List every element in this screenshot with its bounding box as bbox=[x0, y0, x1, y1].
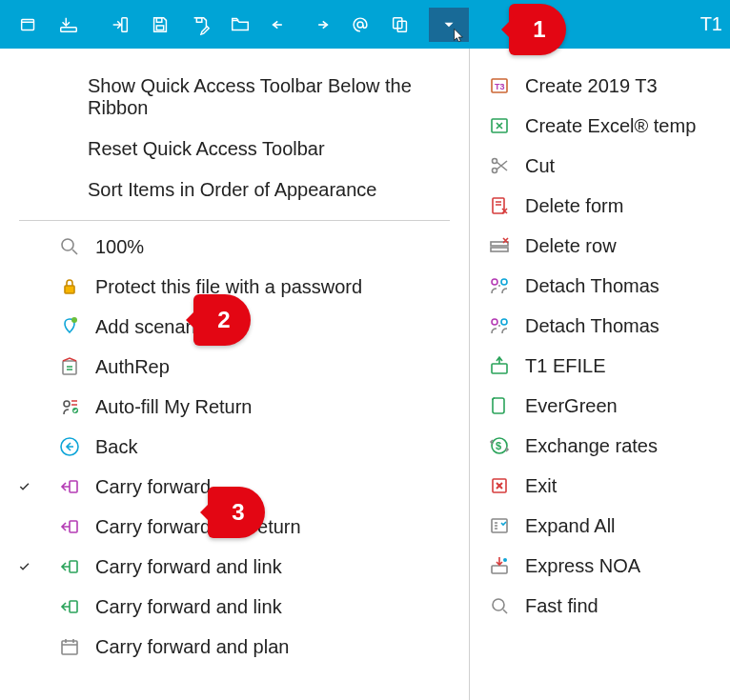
item-label: T1 EFILE bbox=[525, 355, 605, 377]
ribbon-btn-redo[interactable] bbox=[301, 8, 339, 42]
svg-rect-33 bbox=[492, 364, 507, 373]
menu-reset-toolbar[interactable]: Reset Quick Access Toolbar bbox=[0, 129, 469, 170]
item-label: Exchange rates bbox=[525, 435, 658, 457]
detach-icon bbox=[487, 313, 512, 338]
annotation-callout-2: 2 bbox=[193, 294, 251, 346]
right-item-8[interactable]: EverGreen bbox=[470, 386, 730, 426]
ribbon-btn-open[interactable] bbox=[221, 8, 259, 42]
evergreen-icon bbox=[487, 393, 512, 418]
svg-rect-20 bbox=[62, 641, 77, 654]
item-label: Detach Thomas bbox=[525, 275, 659, 297]
item-label: Back bbox=[95, 436, 137, 458]
svg-rect-4 bbox=[156, 25, 163, 30]
ribbon-btn-at[interactable] bbox=[341, 8, 379, 42]
svg-rect-0 bbox=[22, 19, 34, 30]
item-label: Carry forward bbox=[95, 476, 211, 498]
scenario-drop-icon bbox=[57, 314, 82, 339]
ribbon-btn-new[interactable] bbox=[10, 8, 48, 42]
app-window: T1 Show Quick Access Toolbar Below the R… bbox=[0, 0, 730, 700]
item-label: AuthRep bbox=[95, 356, 170, 378]
item-label: Create Excel® temp bbox=[525, 115, 696, 137]
item-label: Exit bbox=[525, 475, 557, 497]
left-item-4[interactable]: Auto-fill My Return bbox=[0, 387, 469, 427]
detach-icon bbox=[487, 273, 512, 298]
carry-forward-green-icon bbox=[57, 594, 82, 619]
svg-rect-18 bbox=[70, 561, 77, 572]
item-label: Carry forward and link bbox=[95, 556, 282, 578]
svg-point-41 bbox=[493, 599, 504, 610]
left-item-8[interactable]: Carry forward and link bbox=[0, 547, 469, 587]
excel-icon bbox=[487, 113, 512, 138]
floppy-icon bbox=[150, 14, 171, 35]
chevron-down-icon bbox=[440, 16, 457, 33]
right-item-1[interactable]: Create Excel® temp bbox=[470, 106, 730, 146]
zoom-icon bbox=[57, 234, 82, 259]
carry-forward-green-icon bbox=[57, 554, 82, 579]
redo-icon bbox=[310, 14, 331, 35]
item-label: Create 2019 T3 bbox=[525, 75, 658, 97]
svg-point-11 bbox=[71, 317, 77, 323]
right-item-7[interactable]: T1 EFILE bbox=[470, 346, 730, 386]
callout-number: 1 bbox=[509, 4, 566, 55]
left-item-10[interactable]: Carry forward and plan bbox=[0, 627, 469, 667]
carry-forward-pink-icon bbox=[57, 514, 82, 539]
right-item-4[interactable]: Delete row bbox=[470, 226, 730, 266]
ribbon-tab-t1[interactable]: T1 bbox=[693, 0, 730, 49]
import-icon bbox=[110, 14, 131, 35]
item-label: Carry forward and plan bbox=[95, 636, 289, 658]
svg-rect-26 bbox=[493, 198, 504, 213]
ribbon-btn-saveas[interactable] bbox=[181, 8, 219, 42]
svg-rect-3 bbox=[156, 17, 162, 22]
back-arrow-icon bbox=[57, 434, 82, 459]
right-item-10[interactable]: Exit bbox=[470, 466, 730, 506]
customize-menu-left: Show Quick Access Toolbar Below the Ribb… bbox=[0, 49, 470, 700]
item-label: Delete form bbox=[525, 195, 623, 217]
ribbon-customize-dropdown[interactable] bbox=[429, 8, 469, 42]
svg-point-9 bbox=[62, 239, 73, 250]
svg-rect-16 bbox=[70, 481, 77, 492]
annotation-callout-3: 3 bbox=[208, 487, 265, 538]
right-item-6[interactable]: Detach Thomas bbox=[470, 306, 730, 346]
right-item-0[interactable]: T3Create 2019 T3 bbox=[470, 66, 730, 106]
item-label: Fast find bbox=[525, 595, 598, 617]
menu-divider bbox=[19, 220, 450, 221]
autofill-icon bbox=[57, 394, 82, 419]
left-item-9[interactable]: Carry forward and link bbox=[0, 587, 469, 627]
ribbon-btn-undo[interactable] bbox=[261, 8, 299, 42]
left-item-3[interactable]: AuthRep bbox=[0, 347, 469, 387]
right-item-2[interactable]: Cut bbox=[470, 146, 730, 186]
floppy-pencil-icon bbox=[190, 14, 211, 35]
svg-rect-19 bbox=[70, 601, 77, 612]
menu-sort-appearance[interactable]: Sort Items in Order of Appearance bbox=[0, 170, 469, 210]
right-item-13[interactable]: Fast find bbox=[470, 586, 730, 626]
ribbon-btn-save[interactable] bbox=[141, 8, 179, 42]
left-item-5[interactable]: Back bbox=[0, 427, 469, 467]
workspace: Show Quick Access Toolbar Below the Ribb… bbox=[0, 49, 730, 700]
right-item-11[interactable]: Expand All bbox=[470, 506, 730, 546]
ribbon-btn-export[interactable] bbox=[50, 8, 88, 42]
ribbon-btn-copy[interactable] bbox=[381, 8, 419, 42]
right-item-3[interactable]: Delete form bbox=[470, 186, 730, 226]
carry-forward-pink-icon bbox=[57, 474, 82, 499]
left-item-0[interactable]: 100% bbox=[0, 227, 469, 267]
right-item-9[interactable]: $Exchange rates bbox=[470, 426, 730, 466]
scissors-icon bbox=[487, 153, 512, 178]
ribbon-btn-import[interactable] bbox=[101, 8, 139, 42]
item-label: Express NOA bbox=[525, 555, 640, 577]
right-item-12[interactable]: Express NOA bbox=[470, 546, 730, 586]
item-label: Expand All bbox=[525, 515, 616, 537]
delete-row-icon bbox=[487, 233, 512, 258]
new-file-icon bbox=[18, 14, 39, 35]
item-label: Delete row bbox=[525, 235, 617, 257]
svg-point-40 bbox=[503, 558, 507, 562]
check-icon bbox=[17, 559, 34, 574]
right-item-5[interactable]: Detach Thomas bbox=[470, 266, 730, 306]
menu-show-below-ribbon[interactable]: Show Quick Access Toolbar Below the Ribb… bbox=[0, 66, 469, 129]
svg-rect-27 bbox=[491, 242, 508, 246]
item-label: Auto-fill My Return bbox=[95, 396, 253, 418]
item-label: Detach Thomas bbox=[525, 315, 659, 337]
item-label: 100% bbox=[95, 236, 144, 258]
efile-icon bbox=[487, 353, 512, 378]
expand-all-icon bbox=[487, 513, 512, 538]
exit-icon bbox=[487, 473, 512, 498]
